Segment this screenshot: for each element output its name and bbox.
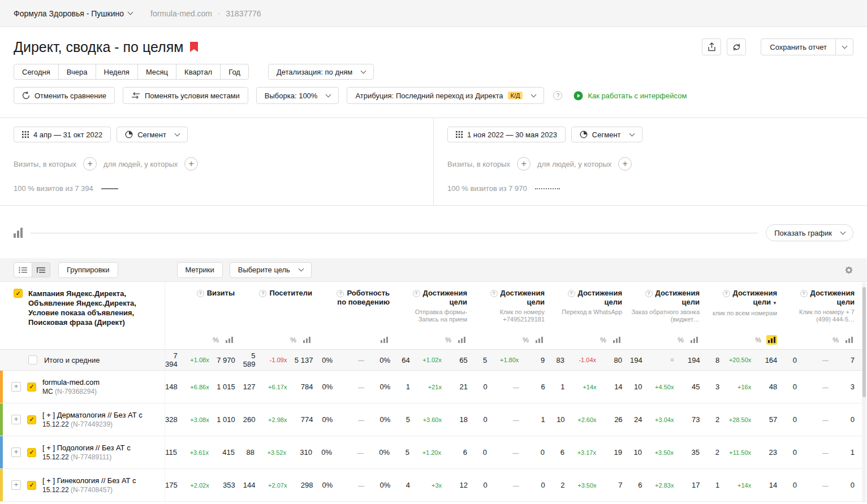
segment-button-a[interactable]: Сегмент [117, 127, 188, 142]
percent-toggle[interactable]: % [600, 336, 606, 344]
scrollbar-thumb[interactable] [862, 287, 866, 397]
row-checkbox[interactable]: ✓ [27, 415, 36, 424]
column-header[interactable]: ?Достижения цели▼клик по всем номерам [708, 282, 785, 333]
chart-metric-toggle[interactable] [611, 335, 622, 345]
attribution-button[interactable]: Атрибуция: Последний переход из Директа … [347, 87, 544, 104]
chart-metric-toggle[interactable] [456, 335, 467, 345]
expand-row-button[interactable]: + [11, 415, 21, 424]
chart-metric-toggle[interactable] [379, 335, 390, 345]
sampling-button[interactable]: Выборка: 100% [256, 87, 339, 104]
detalization-button[interactable]: Детализация: по дням [268, 64, 374, 80]
series-color-strip [0, 403, 3, 436]
select-all-checkbox[interactable]: ✓ [14, 289, 23, 298]
column-header[interactable]: ?Достижения целиКлик по номеру + 7 (499)… [785, 282, 862, 333]
visits-condition-label: Визиты, в которых [447, 160, 510, 168]
row-name-link[interactable]: [ + ] Гинекология // Без АТ с [42, 476, 136, 485]
period-tab-5[interactable]: Год [220, 64, 249, 80]
add-visits-condition-button[interactable]: + [517, 157, 530, 171]
period-tab-4[interactable]: Квартал [176, 64, 221, 80]
period-tab-2[interactable]: Неделя [96, 64, 138, 80]
column-header[interactable]: ?Визиты [165, 282, 243, 333]
row-checkbox[interactable]: ✓ [27, 448, 36, 457]
percent-toggle[interactable]: % [755, 336, 761, 344]
topbar: Формула Здоровья - Пушкино formula-med.c… [0, 0, 867, 27]
table-row: +✓[ + ] Дерматология // Без АТ с15.12.22… [0, 403, 862, 436]
groupings-button[interactable]: Группировки [58, 262, 118, 278]
segment-button-b[interactable]: Сегмент [571, 127, 642, 142]
table-settings-button[interactable] [844, 266, 853, 275]
column-header[interactable]: ?Достижения целиПереход в WhatsApp [553, 282, 630, 333]
goal-name: Клик по номеру + 7 (499) 444-5… [786, 309, 855, 323]
swap-conditions-button[interactable]: Поменять условия местами [123, 87, 248, 104]
row-name-link[interactable]: [ + ] Подология // Без АТ с [42, 444, 131, 453]
period-tab-3[interactable]: Месяц [137, 64, 176, 80]
tree-view-button[interactable] [32, 262, 50, 277]
flat-view-button[interactable] [14, 262, 32, 277]
chart-metric-toggle[interactable] [224, 335, 235, 345]
chart-metric-toggle[interactable] [301, 335, 312, 345]
interface-help-link[interactable]: Как работать с интерфейсом [573, 91, 687, 101]
table-header-row: ✓ Кампания Яндекс.Директа, Объявление Ян… [0, 282, 862, 333]
chart-metric-toggle[interactable] [844, 335, 855, 345]
column-header[interactable]: ?Роботностьпо поведению [320, 282, 398, 333]
goal-name: Заказ обратного звонка (виджет… [631, 309, 700, 323]
column-header[interactable]: ?Достижения целиКлик по номеру +74952129… [475, 282, 553, 333]
info-icon: ? [645, 290, 653, 297]
percent-toggle[interactable]: % [523, 336, 529, 344]
cancel-comparison-button[interactable]: Отменить сравнение [14, 87, 115, 104]
series-line-dotted [535, 188, 560, 189]
counter-selector[interactable]: Формула Здоровья - Пушкино [14, 9, 132, 18]
vertical-scrollbar[interactable] [862, 283, 866, 503]
chart-row: Показать график [0, 224, 867, 241]
add-people-condition-button[interactable]: + [184, 157, 198, 171]
chevron-down-icon [840, 229, 846, 234]
metric-cell: 0—3 [785, 371, 862, 403]
row-name-link[interactable]: [ + ] Дерматология // Без АТ с [42, 411, 143, 420]
column-header[interactable]: ?Посетители [243, 282, 320, 333]
goal-select-button[interactable]: Выберите цель [230, 262, 312, 278]
add-people-condition-button[interactable]: + [618, 157, 632, 171]
date-range-button-a[interactable]: 4 апр — 31 окт 2022 [14, 127, 111, 142]
attribution-badge: К/Д [508, 92, 523, 99]
metric-cell: 0—6 [476, 371, 553, 403]
metric-cell: 24+3.04x73 [631, 403, 708, 436]
column-header[interactable]: ?Достижения целиОтправка формы-Запись на… [398, 282, 475, 333]
sample-summary: 100 % визитов из 7 394 [14, 184, 93, 193]
row-checkbox[interactable]: ✓ [27, 481, 36, 490]
expand-row-button[interactable]: + [11, 382, 21, 392]
row-checkbox[interactable]: ✓ [27, 383, 36, 392]
show-chart-button[interactable]: Показать график [766, 224, 853, 241]
metric-cell: 0—1 [785, 436, 862, 468]
period-tab-1[interactable]: Вчера [58, 64, 96, 80]
row-dimension-cell: +✓[ + ] Дерматология // Без АТ с15.12.22… [0, 403, 165, 436]
metric-cell: 194=194 [630, 350, 708, 370]
date-range-button-b[interactable]: 1 ноя 2022 — 30 мая 2023 [447, 127, 566, 142]
percent-toggle[interactable]: % [290, 336, 296, 344]
totals-label: Итого и средние [44, 356, 100, 364]
chart-metric-toggle[interactable] [766, 335, 777, 345]
save-report-dropdown[interactable] [835, 38, 853, 55]
row-id: (N-79368294) [55, 388, 97, 396]
export-button[interactable] [702, 38, 721, 55]
totals-checkbox[interactable] [28, 355, 37, 364]
chart-preview-icon [14, 228, 23, 238]
percent-toggle[interactable]: % [678, 336, 684, 344]
row-name-link[interactable]: formula-med.com [42, 378, 100, 387]
expand-row-button[interactable]: + [11, 480, 21, 490]
percent-toggle[interactable]: % [213, 336, 219, 344]
compare-button[interactable] [727, 38, 746, 55]
metrics-button[interactable]: Метрики [177, 262, 223, 278]
expand-row-button[interactable]: + [11, 447, 21, 457]
row-dimension-cell: +✓formula-med.comМС (N-79368294) [0, 371, 165, 403]
period-tab-0[interactable]: Сегодня [14, 64, 59, 80]
add-visits-condition-button[interactable]: + [83, 157, 97, 171]
save-report-button[interactable]: Сохранить отчет [761, 38, 836, 55]
bookmark-icon[interactable] [190, 42, 198, 52]
question-icon[interactable]: ? [553, 91, 562, 100]
chart-metric-toggle[interactable] [689, 335, 700, 345]
compare-icon [732, 43, 741, 51]
column-header[interactable]: ?Достижения целиЗаказ обратного звонка (… [630, 282, 708, 333]
percent-toggle[interactable]: % [445, 336, 451, 344]
percent-toggle[interactable]: % [833, 336, 839, 344]
chart-metric-toggle[interactable] [534, 335, 545, 345]
